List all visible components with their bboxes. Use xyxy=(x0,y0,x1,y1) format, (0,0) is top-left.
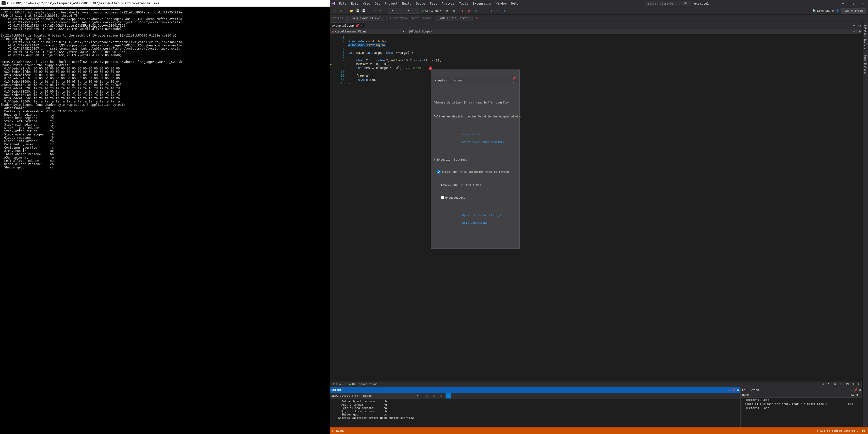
output-tool-3[interactable]: ≡ xyxy=(438,393,444,399)
preview-button[interactable]: INT PREVIEW xyxy=(841,8,866,14)
tab-dropdown-icon[interactable]: ▾ xyxy=(851,23,857,28)
vs-titlebar[interactable]: FileEditViewGitProjectBuildDebugTestAnal… xyxy=(330,0,868,7)
menu-analyze[interactable]: Analyze xyxy=(439,1,457,6)
restart-button[interactable]: ↻ xyxy=(473,8,478,14)
col-indicator[interactable]: Ch: 1 xyxy=(833,382,841,386)
callstack-row[interactable]: [External Code] xyxy=(741,398,862,402)
menu-extensions[interactable]: Extensions xyxy=(471,1,493,6)
exe-checkbox-row[interactable]: example1.exe xyxy=(441,196,517,200)
search-box[interactable]: Search (Ctrl+Q) 🔍 xyxy=(646,1,689,6)
output-tool-2[interactable]: ≡ xyxy=(431,393,437,399)
panel-close-icon[interactable]: ✕ xyxy=(859,388,861,392)
menu-file[interactable]: File xyxy=(337,1,348,6)
callstack-rows[interactable]: [External Code]➜example1.exe!main(int ar… xyxy=(741,398,862,427)
menu-view[interactable]: View xyxy=(361,1,372,6)
open-exception-settings-link[interactable]: Open Exception Settings xyxy=(462,213,501,217)
exception-settings-toggle[interactable]: ▴ Exception Settings xyxy=(434,158,517,162)
tab-options-icon[interactable]: ⚙ xyxy=(857,23,862,28)
menu-test[interactable]: Test xyxy=(428,1,439,6)
back-button[interactable]: ◯ xyxy=(332,8,337,14)
exe-checkbox[interactable] xyxy=(441,196,444,199)
minimize-button[interactable]: ─ xyxy=(838,0,848,7)
output-content[interactable]: Intra object redzone: bb ASan internal: … xyxy=(330,399,740,427)
tool-button-2[interactable]: ▦ xyxy=(451,8,457,14)
code-editor[interactable]: ➜ 12345678910111213 #include <stdlib.h> … xyxy=(330,34,862,381)
save-button[interactable]: 💾 xyxy=(355,8,361,14)
step-over-button[interactable]: ↷ xyxy=(495,8,501,14)
code-content[interactable]: #include <stdlib.h> #include <string.h> … xyxy=(347,34,862,381)
team-explorer-tab[interactable]: Team Explorer xyxy=(863,53,867,76)
split-editor-icon[interactable]: ⊕ xyxy=(857,28,862,34)
line-indicator[interactable]: Ln: 2 xyxy=(820,382,829,386)
panel-dropdown-icon[interactable]: ▾ xyxy=(851,388,853,392)
console-titlebar[interactable]: C:\MSDN\cpp-docs-pr\docs\c-language\ASAN… xyxy=(0,0,330,7)
console-output[interactable]: ========================================… xyxy=(0,7,330,434)
open-file-button[interactable]: 📂 xyxy=(349,8,354,14)
name-column[interactable]: Name xyxy=(741,393,850,398)
menu-tools[interactable]: Tools xyxy=(457,1,470,6)
forward-button[interactable]: ◯ xyxy=(338,8,343,14)
show-next-statement-button[interactable]: → xyxy=(482,8,488,14)
menu-project[interactable]: Project xyxy=(383,1,400,6)
output-header[interactable]: Output ▾ 📌 ✕ xyxy=(330,387,740,393)
notifications-icon[interactable]: ◧₂ xyxy=(862,429,865,432)
close-popup-icon[interactable]: ✕ xyxy=(512,80,514,84)
add-source-control[interactable]: Add to Source Control xyxy=(820,429,855,432)
menu-git[interactable]: Git xyxy=(373,1,382,6)
panel-dropdown-icon[interactable]: ▾ xyxy=(729,388,731,392)
lang-column[interactable]: Lang xyxy=(850,393,862,398)
close-tab-icon[interactable]: ✕ xyxy=(361,24,363,27)
tool-button-1[interactable]: ▦ xyxy=(444,8,450,14)
pin-popup-icon[interactable]: 📌 xyxy=(512,77,516,80)
exception-header[interactable]: Exception Thrown 📌 ✕ xyxy=(431,77,520,84)
output-source-dropdown[interactable]: Debug▾ xyxy=(362,393,420,399)
platform-dropdown[interactable]: ▾ xyxy=(404,8,420,14)
pin-icon[interactable]: 📌 xyxy=(355,24,359,27)
file-tab[interactable]: example1.cpp 📌 ✕ xyxy=(330,22,365,28)
output-tool-1[interactable]: ≡ xyxy=(424,393,430,399)
process-dropdown[interactable]: [3248] example1.exe xyxy=(346,16,384,21)
copy-details-link[interactable]: Copy Details xyxy=(462,133,483,136)
callstack-header[interactable]: Call Stack ▾ 📌 ✕ xyxy=(741,387,862,393)
start-liveshare-link[interactable]: Start Live Share session... xyxy=(462,140,508,143)
menu-edit[interactable]: Edit xyxy=(349,1,360,6)
issues-label[interactable]: No issues found xyxy=(352,382,377,386)
scope-dropdown-2[interactable]: (Global Scope)▾ xyxy=(407,29,857,34)
stop-button[interactable]: ■ xyxy=(466,8,472,14)
redo-button[interactable]: ↷ xyxy=(378,8,383,14)
lifecycle-label[interactable]: Lifecycle Events xyxy=(393,16,420,20)
edit-conditions-link[interactable]: Edit Conditions xyxy=(462,221,488,225)
menu-window[interactable]: Window xyxy=(494,1,508,6)
step-into-button[interactable]: ↓ xyxy=(489,8,494,14)
config-dropdown[interactable]: ▾ xyxy=(388,8,403,14)
close-button[interactable]: ✕ xyxy=(858,0,868,7)
indent-indicator[interactable]: SPC xyxy=(845,382,850,386)
solution-explorer-tab[interactable]: Solution Explorer xyxy=(863,23,867,52)
output-tool-4[interactable]: ≡ xyxy=(445,393,451,399)
editor-margin[interactable]: ➜ xyxy=(330,34,334,381)
break-all-button[interactable]: ⏸ xyxy=(460,8,465,14)
callstack-row[interactable]: [External Code] xyxy=(741,406,862,410)
step-out-button[interactable]: ↑ xyxy=(502,8,507,14)
zoom-level[interactable]: 111 % xyxy=(332,382,341,386)
menu-debug[interactable]: Debug xyxy=(414,1,427,6)
menu-build[interactable]: Build xyxy=(400,1,413,6)
save-all-button[interactable]: 💾 xyxy=(361,8,367,14)
continue-button[interactable]: ▶ Continue ▾ xyxy=(421,8,443,14)
maximize-button[interactable]: ▢ xyxy=(848,0,858,7)
callstack-columns[interactable]: Name Lang xyxy=(741,393,862,398)
undo-button[interactable]: ↶ xyxy=(372,8,377,14)
callstack-row[interactable]: ➜example1.exe!main(int argc, char * * ar… xyxy=(741,402,862,406)
flag-button[interactable]: ⚑ xyxy=(474,15,480,21)
scope-dropdown-1[interactable]: ▦ Miscellaneous Files ▾ xyxy=(330,29,406,34)
panel-close-icon[interactable]: ✕ xyxy=(737,388,739,392)
feedback-button[interactable]: 👤 xyxy=(835,8,840,14)
break-checkbox-row[interactable]: Break when this exception type is thrown xyxy=(437,170,517,174)
panel-pin-icon[interactable]: 📌 xyxy=(854,388,858,392)
panel-pin-icon[interactable]: 📌 xyxy=(732,388,736,392)
live-share-button[interactable]: 📡 Live Share xyxy=(812,9,834,12)
menu-help[interactable]: Help xyxy=(509,1,521,6)
eol-indicator[interactable]: CRLF xyxy=(853,382,860,386)
thread-dropdown[interactable]: [17808] Main Thread xyxy=(435,16,473,21)
break-checkbox[interactable] xyxy=(437,170,440,173)
